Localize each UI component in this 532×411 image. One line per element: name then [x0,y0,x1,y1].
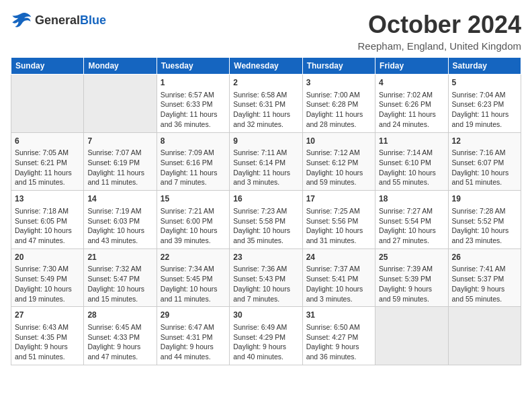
day-number: 16 [233,193,298,205]
calendar-cell: 4Sunrise: 7:02 AMSunset: 6:26 PMDaylight… [375,75,448,133]
calendar-cell [375,307,448,365]
calendar-table: SundayMondayTuesdayWednesdayThursdayFrid… [11,57,521,365]
location: Reepham, England, United Kingdom [358,40,522,52]
calendar-cell: 14Sunrise: 7:19 AMSunset: 6:03 PMDayligh… [84,191,157,249]
day-info: Sunrise: 7:12 AMSunset: 6:12 PMDaylight:… [306,148,363,186]
calendar-cell: 19Sunrise: 7:28 AMSunset: 5:52 PMDayligh… [448,191,521,249]
day-number: 6 [15,136,80,147]
calendar-cell: 21Sunrise: 7:32 AMSunset: 5:47 PMDayligh… [84,248,157,307]
day-info: Sunrise: 6:43 AMSunset: 4:35 PMDaylight:… [15,323,69,361]
calendar-cell [84,75,157,133]
calendar-cell: 11Sunrise: 7:14 AMSunset: 6:10 PMDayligh… [375,132,448,191]
day-number: 17 [306,193,371,205]
calendar-cell: 31Sunrise: 6:50 AMSunset: 4:27 PMDayligh… [302,307,375,365]
day-info: Sunrise: 7:02 AMSunset: 6:26 PMDaylight:… [379,91,436,128]
day-number: 22 [161,252,226,263]
calendar-cell: 29Sunrise: 6:47 AMSunset: 4:31 PMDayligh… [157,307,229,365]
calendar-cell: 26Sunrise: 7:41 AMSunset: 5:37 PMDayligh… [448,248,521,307]
day-info: Sunrise: 6:57 AMSunset: 6:33 PMDaylight:… [161,91,218,128]
calendar-cell: 15Sunrise: 7:21 AMSunset: 6:00 PMDayligh… [157,191,229,249]
day-info: Sunrise: 7:14 AMSunset: 6:10 PMDaylight:… [379,148,436,186]
day-header-wednesday: Wednesday [230,58,302,75]
day-info: Sunrise: 7:34 AMSunset: 5:45 PMDaylight:… [161,265,218,302]
day-header-monday: Monday [84,58,157,75]
day-header-sunday: Sunday [11,58,84,75]
day-number: 7 [87,136,152,147]
calendar-cell: 2Sunrise: 6:58 AMSunset: 6:31 PMDaylight… [230,75,302,133]
calendar-cell: 10Sunrise: 7:12 AMSunset: 6:12 PMDayligh… [302,132,375,191]
day-info: Sunrise: 7:05 AMSunset: 6:21 PMDaylight:… [15,148,72,186]
week-row-5: 27Sunrise: 6:43 AMSunset: 4:35 PMDayligh… [11,307,521,365]
week-row-1: 1Sunrise: 6:57 AMSunset: 6:33 PMDaylight… [11,75,521,133]
day-header-friday: Friday [375,58,448,75]
day-number: 12 [452,136,517,147]
day-info: Sunrise: 7:25 AMSunset: 5:56 PMDaylight:… [306,207,363,244]
logo-blue: Blue [80,13,106,27]
calendar-cell: 8Sunrise: 7:09 AMSunset: 6:16 PMDaylight… [157,132,229,191]
calendar-cell: 5Sunrise: 7:04 AMSunset: 6:23 PMDaylight… [448,75,521,133]
calendar-cell: 9Sunrise: 7:11 AMSunset: 6:14 PMDaylight… [230,132,302,191]
day-info: Sunrise: 7:28 AMSunset: 5:52 PMDaylight:… [452,207,509,244]
day-number: 3 [306,77,371,89]
calendar-cell: 20Sunrise: 7:30 AMSunset: 5:49 PMDayligh… [11,248,84,307]
day-info: Sunrise: 7:32 AMSunset: 5:47 PMDaylight:… [87,265,144,302]
day-number: 23 [233,252,298,263]
logo: GeneralBlue [11,11,106,30]
calendar-cell: 22Sunrise: 7:34 AMSunset: 5:45 PMDayligh… [157,248,229,307]
calendar-cell [448,307,521,365]
day-info: Sunrise: 7:21 AMSunset: 6:00 PMDaylight:… [161,207,218,244]
calendar-cell: 18Sunrise: 7:27 AMSunset: 5:54 PMDayligh… [375,191,448,249]
day-info: Sunrise: 7:18 AMSunset: 6:05 PMDaylight:… [15,207,72,244]
day-number: 27 [15,310,80,321]
day-number: 19 [452,193,517,205]
day-number: 18 [379,193,444,205]
calendar-cell: 13Sunrise: 7:18 AMSunset: 6:05 PMDayligh… [11,191,84,249]
day-number: 5 [452,77,517,89]
day-info: Sunrise: 7:36 AMSunset: 5:43 PMDaylight:… [233,265,290,302]
day-number: 31 [306,310,371,321]
day-number: 20 [15,252,80,263]
calendar-cell: 25Sunrise: 7:39 AMSunset: 5:39 PMDayligh… [375,248,448,307]
week-row-4: 20Sunrise: 7:30 AMSunset: 5:49 PMDayligh… [11,248,521,307]
calendar-cell: 1Sunrise: 6:57 AMSunset: 6:33 PMDaylight… [157,75,229,133]
day-number: 26 [452,252,517,263]
day-number: 1 [161,77,226,89]
day-number: 25 [379,252,444,263]
day-info: Sunrise: 7:04 AMSunset: 6:23 PMDaylight:… [452,91,509,128]
day-info: Sunrise: 6:58 AMSunset: 6:31 PMDaylight:… [233,91,290,128]
day-number: 28 [87,310,152,321]
day-info: Sunrise: 7:37 AMSunset: 5:41 PMDaylight:… [306,265,363,302]
week-row-3: 13Sunrise: 7:18 AMSunset: 6:05 PMDayligh… [11,191,521,249]
calendar-cell: 16Sunrise: 7:23 AMSunset: 5:58 PMDayligh… [230,191,302,249]
logo-general: General [35,13,80,27]
day-number: 11 [379,136,444,147]
day-info: Sunrise: 7:00 AMSunset: 6:28 PMDaylight:… [306,91,363,128]
calendar-cell: 3Sunrise: 7:00 AMSunset: 6:28 PMDaylight… [302,75,375,133]
day-header-thursday: Thursday [302,58,375,75]
day-number: 8 [161,136,226,147]
day-number: 15 [161,193,226,205]
title-block: October 2024 Reepham, England, United Ki… [358,11,522,52]
calendar-cell: 17Sunrise: 7:25 AMSunset: 5:56 PMDayligh… [302,191,375,249]
day-info: Sunrise: 7:27 AMSunset: 5:54 PMDaylight:… [379,207,436,244]
day-number: 2 [233,77,298,89]
calendar-cell: 28Sunrise: 6:45 AMSunset: 4:33 PMDayligh… [84,307,157,365]
page-header: GeneralBlue October 2024 Reepham, Englan… [11,11,521,52]
day-info: Sunrise: 7:23 AMSunset: 5:58 PMDaylight:… [233,207,290,244]
day-info: Sunrise: 7:39 AMSunset: 5:39 PMDaylight:… [379,265,433,302]
calendar-cell: 27Sunrise: 6:43 AMSunset: 4:35 PMDayligh… [11,307,84,365]
day-number: 24 [306,252,371,263]
day-info: Sunrise: 6:50 AMSunset: 4:27 PMDaylight:… [306,323,360,361]
day-number: 13 [15,193,80,205]
day-header-tuesday: Tuesday [157,58,229,75]
calendar-header-row: SundayMondayTuesdayWednesdayThursdayFrid… [11,58,521,75]
calendar-cell: 30Sunrise: 6:49 AMSunset: 4:29 PMDayligh… [230,307,302,365]
day-number: 29 [161,310,226,321]
day-info: Sunrise: 6:47 AMSunset: 4:31 PMDaylight:… [161,323,214,361]
logo-text: GeneralBlue [35,13,106,28]
day-number: 30 [233,310,298,321]
day-header-saturday: Saturday [448,58,521,75]
day-number: 14 [87,193,152,205]
calendar-cell: 6Sunrise: 7:05 AMSunset: 6:21 PMDaylight… [11,132,84,191]
month-title: October 2024 [358,11,522,39]
